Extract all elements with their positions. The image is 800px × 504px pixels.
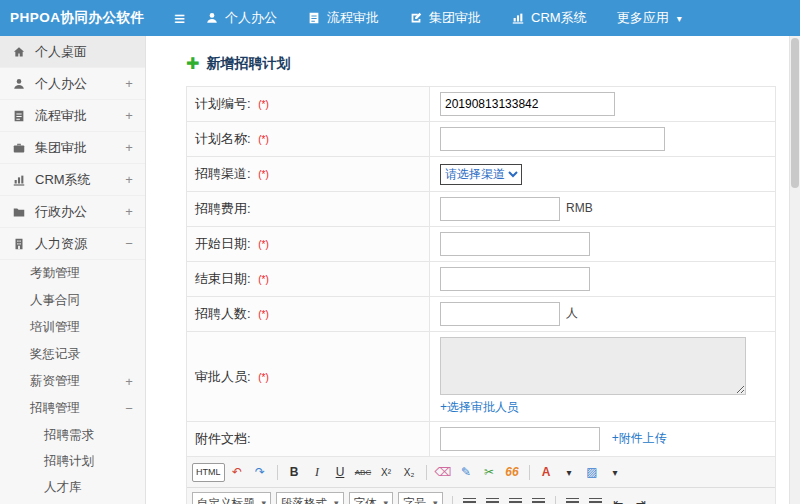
end-date-input[interactable] [440,267,590,291]
topbar: PHPOA协同办公软件 ≡ 个人办公 流程审批 集团审批 CRM系统 更多应用 … [0,0,800,36]
sidebar-subitem-hr-contract[interactable]: 人事合同 [0,287,145,314]
field-label: 审批人员: [195,369,251,384]
scrollbar-thumb[interactable] [791,38,799,188]
sidebar-item-label: 集团审批 [35,139,87,157]
sidebar-item-personal-desktop[interactable]: 个人桌面 [0,36,145,68]
vertical-scrollbar[interactable] [789,36,800,504]
required-mark: (*) [258,99,269,110]
custom-heading-select[interactable]: 自定义标题 ▾ [192,492,271,504]
indent-icon[interactable]: ⇥ [631,493,652,504]
sidebar-item-group-approval[interactable]: 集团审批 + [0,132,145,164]
sidebar-item-label: 人力资源 [35,235,87,253]
strikethrough-icon[interactable]: ABC [353,462,374,483]
page-title-text: 新增招聘计划 [206,55,290,73]
sidebar-subitem-recruit-demand[interactable]: 招聘需求 [0,422,145,448]
topbar-item-crm[interactable]: CRM系统 [511,9,587,27]
background-color-icon[interactable]: ▨ [582,462,603,483]
sidebar-subitem-rewards[interactable]: 奖惩记录 [0,341,145,368]
superscript-icon[interactable]: X² [376,462,397,483]
fee-unit: RMB [566,201,593,215]
collapse-toggle[interactable]: − [123,401,135,416]
channel-select[interactable]: 请选择渠道 [440,164,522,185]
attachment-input[interactable] [440,427,600,451]
user-icon [12,77,28,91]
topbar-item-group-approval[interactable]: 集团审批 [409,9,481,27]
sidebar-subitem-salary[interactable]: 薪资管理 + [0,368,145,395]
form-row-end-date: 结束日期: (*) [187,262,776,297]
bold-icon[interactable]: B [284,462,305,483]
start-date-input[interactable] [440,232,590,256]
form-row-channel: 招聘渠道: (*) 请选择渠道 [187,157,776,192]
approver-textarea[interactable] [440,337,746,395]
italic-icon[interactable]: I [307,462,328,483]
topbar-item-label: 更多应用 [617,9,669,27]
underline-icon[interactable]: U [330,462,351,483]
hamburger-menu-icon[interactable]: ≡ [174,9,185,28]
sidebar-subitem-label: 奖惩记录 [30,346,80,363]
field-label: 开始日期: [195,236,251,251]
blockquote-icon[interactable]: 66 [502,462,523,483]
sidebar-item-label: 个人办公 [35,75,87,93]
font-family-label: 字体 [354,496,377,504]
outdent-icon[interactable]: ⇤ [608,493,629,504]
topbar-item-more-apps[interactable]: 更多应用 ▾ [617,9,682,27]
collapse-toggle[interactable]: − [123,236,135,251]
expand-toggle[interactable]: + [123,204,135,219]
sidebar-item-hr[interactable]: 人力资源 − [0,228,145,260]
toolbar-separator [426,465,427,480]
expand-toggle[interactable]: + [123,76,135,91]
sidebar-item-process-approval[interactable]: 流程审批 + [0,100,145,132]
topbar-item-process-approval[interactable]: 流程审批 [307,9,379,27]
headcount-input[interactable] [440,302,560,326]
field-label: 计划名称: [195,131,251,146]
sidebar-subitem-attendance[interactable]: 考勤管理 [0,260,145,287]
background-color-caret-icon[interactable]: ▾ [605,462,626,483]
format-painter-icon[interactable]: ✎ [456,462,477,483]
align-justify-icon[interactable] [528,493,549,504]
sidebar-item-admin-office[interactable]: 行政办公 + [0,196,145,228]
expand-toggle[interactable]: + [123,374,135,389]
font-family-select[interactable]: 字体 ▾ [349,492,394,504]
unordered-list-icon[interactable] [585,493,606,504]
sidebar-subitem-label: 薪资管理 [30,373,80,390]
redo-icon[interactable]: ↷ [250,462,271,483]
form-row-approver: 审批人员: (*) +选择审批人员 [187,332,776,422]
sidebar-subitem-talent-pool[interactable]: 人才库 [0,474,145,500]
expand-toggle[interactable]: + [123,108,135,123]
required-mark: (*) [258,239,269,250]
required-mark: (*) [258,134,269,145]
sidebar: 个人桌面 个人办公 + 流程审批 + 集团审批 + CRM系统 + 行政办公 + [0,36,146,504]
expand-toggle[interactable]: + [123,140,135,155]
form-row-plan-no: 计划编号: (*) [187,87,776,122]
font-color-icon[interactable]: A [536,462,557,483]
ordered-list-icon[interactable] [562,493,583,504]
sidebar-item-personal-office[interactable]: 个人办公 + [0,68,145,100]
expand-toggle[interactable]: + [123,172,135,187]
chevron-down-icon: ▾ [677,13,682,24]
upload-attachment-link[interactable]: +附件上传 [612,431,667,445]
paragraph-format-select[interactable]: 段落格式 ▾ [276,492,344,504]
undo-icon[interactable]: ↶ [227,462,248,483]
sidebar-item-crm[interactable]: CRM系统 + [0,164,145,196]
font-size-select[interactable]: 字号 ▾ [398,492,443,504]
document-check-icon [307,11,321,25]
plan-name-input[interactable] [440,127,665,151]
align-left-icon[interactable] [459,493,480,504]
cut-icon[interactable]: ✂ [479,462,500,483]
sidebar-subitem-training[interactable]: 培训管理 [0,314,145,341]
align-right-icon[interactable] [505,493,526,504]
sidebar-subitem-recruit-plan[interactable]: 招聘计划 [0,448,145,474]
fee-input[interactable] [440,197,560,221]
form-row-fee: 招聘费用: RMB [187,192,776,227]
plan-no-input[interactable] [440,92,615,116]
user-icon [205,11,219,25]
html-source-button[interactable]: HTML [192,463,225,482]
subscript-icon[interactable]: X₂ [399,462,420,483]
font-color-caret-icon[interactable]: ▾ [559,462,580,483]
topbar-item-personal-office[interactable]: 个人办公 [205,9,277,27]
field-label: 招聘人数: [195,306,251,321]
eraser-icon[interactable]: ⌫ [433,462,454,483]
align-center-icon[interactable] [482,493,503,504]
sidebar-subitem-recruitment[interactable]: 招聘管理 − [0,395,145,422]
select-approver-link[interactable]: +选择审批人员 [440,399,519,416]
